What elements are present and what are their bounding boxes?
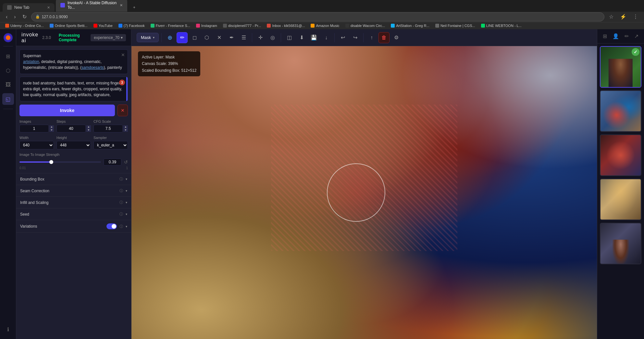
cfg-up[interactable]: ▲ bbox=[123, 125, 128, 129]
right-panel-arrow-icon[interactable]: ↗ bbox=[633, 32, 640, 41]
toolbar-settings-btn[interactable]: ⚙ bbox=[391, 32, 402, 43]
bookmark-instagram[interactable]: Instagram bbox=[193, 23, 220, 28]
toolbar-clear-btn[interactable]: ✕ bbox=[214, 32, 225, 43]
toolbar-connect-btn[interactable]: ⊕ bbox=[164, 32, 175, 43]
refresh-button[interactable]: ↻ bbox=[20, 12, 29, 21]
thumbnail-item-1[interactable]: ✓ bbox=[600, 46, 641, 88]
toolbar-save-btn[interactable]: 💾 bbox=[308, 32, 319, 43]
sampler-select[interactable]: k_euler_ak_eulerk_dpm_2k_lmsddim bbox=[93, 141, 128, 149]
right-panel-person-icon[interactable]: 👤 bbox=[611, 32, 620, 41]
toolbar-eraser-btn[interactable]: ◻ bbox=[189, 32, 200, 43]
sidebar-btn-node[interactable]: ⬡ bbox=[2, 65, 14, 76]
accordion-infill-scaling-info[interactable]: ⓘ bbox=[119, 200, 123, 205]
accordion-infill-scaling-header[interactable]: Infill and Scaling ⓘ ▾ bbox=[16, 197, 131, 208]
img2img-slider-thumb[interactable] bbox=[49, 160, 53, 164]
right-panel-pen-icon[interactable]: ✏ bbox=[623, 32, 630, 41]
back-button[interactable]: ‹ bbox=[4, 13, 9, 21]
bookmark-webtoon[interactable]: LINE WEBTOON - L... bbox=[478, 23, 524, 28]
thumbnail-item-2[interactable] bbox=[600, 90, 641, 132]
bookmark-youtube[interactable]: YouTube bbox=[91, 23, 115, 28]
height-select[interactable]: 448512768 bbox=[56, 141, 91, 149]
accordion-seam-correction-info[interactable]: ⓘ bbox=[119, 188, 123, 193]
accordion-seed-header[interactable]: Seed ⓘ ▾ bbox=[16, 208, 131, 220]
browser-tab-new[interactable]: + bbox=[129, 3, 140, 12]
sidebar-btn-gallery[interactable]: ⊞ bbox=[2, 50, 14, 62]
steps-input[interactable] bbox=[56, 125, 86, 132]
accordion-variations-switch[interactable] bbox=[106, 223, 117, 229]
toolbar-upload-btn[interactable]: ↑ bbox=[366, 32, 377, 43]
tab-close[interactable]: ✕ bbox=[47, 6, 50, 10]
cfg-input[interactable] bbox=[93, 125, 123, 132]
bookmark-neil[interactable]: Neil Fontaine | CGS... bbox=[433, 23, 478, 28]
toolbar-list-btn[interactable]: ☰ bbox=[238, 32, 249, 43]
bookmark-udemy[interactable]: Udemy - Online Co... bbox=[3, 23, 46, 28]
accordion-seed-info[interactable]: ⓘ bbox=[119, 212, 123, 217]
right-panel-grid-icon[interactable]: ⊞ bbox=[601, 32, 608, 41]
thumbnail-item-4[interactable] bbox=[600, 179, 641, 220]
mask-dropdown[interactable]: Mask ▾ bbox=[137, 33, 159, 42]
bookmark-artstation[interactable]: ArtStation - Greg R... bbox=[388, 23, 432, 28]
accordion-seed-toggle[interactable]: ▾ bbox=[126, 212, 127, 216]
prompt-box[interactable]: Superman artstation, detailed, digital p… bbox=[19, 49, 128, 74]
bookmark-wacom[interactable]: disable Wacom Circ... bbox=[343, 23, 388, 28]
thumbnail-item-3[interactable] bbox=[600, 134, 641, 176]
toolbar-brush-btn[interactable]: ✏ bbox=[177, 32, 188, 43]
bookmark-fiverr[interactable]: Fiverr - Freelance S... bbox=[148, 23, 193, 28]
bookmark-inbox[interactable]: Inbox - klk56831@... bbox=[264, 23, 307, 28]
img2img-slider-track[interactable] bbox=[19, 161, 101, 163]
address-bar[interactable]: 🔒 127.0.0.1:9090 bbox=[31, 12, 604, 21]
forward-button[interactable]: › bbox=[12, 13, 18, 21]
toolbar-layers-btn[interactable]: ◫ bbox=[284, 32, 295, 43]
toolbar-delete-btn[interactable]: 🗑 bbox=[378, 32, 390, 43]
images-group: Images ▲ ▼ bbox=[19, 119, 54, 132]
prompt-artstation[interactable]: artstation bbox=[23, 59, 39, 64]
toolbar-move-btn[interactable]: ✛ bbox=[255, 32, 266, 43]
accordion-bounding-box-info[interactable]: ⓘ bbox=[119, 177, 123, 182]
prompt-clear-btn[interactable]: ✕ bbox=[121, 52, 125, 57]
accordion-variations-header[interactable]: Variations ⓘ ▾ bbox=[16, 220, 131, 232]
images-input[interactable] bbox=[19, 125, 49, 132]
extensions-button[interactable]: ⚡ bbox=[618, 12, 628, 21]
accordion-seam-correction-toggle[interactable]: ▾ bbox=[126, 189, 127, 193]
invoke-button[interactable]: Invoke bbox=[19, 105, 115, 116]
thumbnail-item-5[interactable] bbox=[600, 223, 641, 264]
menu-button[interactable]: ⋮ bbox=[631, 12, 640, 21]
bookmark-disciple[interactable]: discipleneil777 - Pr... bbox=[220, 23, 264, 28]
canvas-viewport[interactable]: Active Layer: Mask Canvas Scale: 398% Sc… bbox=[131, 46, 597, 339]
images-up[interactable]: ▲ bbox=[49, 125, 54, 129]
prompt-samdoesarts[interactable]: samdoesarts bbox=[81, 65, 104, 70]
tab-close-invoke[interactable]: ✕ bbox=[120, 3, 123, 7]
bookmark-star[interactable]: ☆ bbox=[607, 12, 615, 21]
width-select[interactable]: 640512768 bbox=[19, 141, 54, 149]
invoke-cancel-button[interactable]: ✕ bbox=[118, 105, 128, 116]
sidebar-btn-info[interactable]: ℹ bbox=[2, 323, 14, 335]
accordion-seam-correction-header[interactable]: Seam Correction ⓘ ▾ bbox=[16, 185, 131, 196]
bookmark-facebook[interactable]: (7) Facebook bbox=[116, 23, 147, 28]
accordion-bounding-box-toggle[interactable]: ▾ bbox=[126, 177, 127, 181]
toolbar-download1-btn[interactable]: ⬇ bbox=[296, 32, 307, 43]
toolbar-circle-btn[interactable]: ◎ bbox=[267, 32, 278, 43]
toolbar-export-btn[interactable]: ↓ bbox=[321, 32, 332, 43]
neg-prompt-box[interactable]: nude bad anatomy, bad hands, text, error… bbox=[19, 77, 128, 101]
steps-up[interactable]: ▲ bbox=[86, 125, 91, 129]
browser-tab-invoke[interactable]: InvokeAI - A Stable Diffusion To... ✕ bbox=[56, 0, 127, 12]
bookmark-sports[interactable]: Online Sports Betti... bbox=[47, 23, 90, 28]
browser-tab-newtab[interactable]: New Tab ✕ bbox=[3, 3, 55, 12]
images-down[interactable]: ▼ bbox=[49, 129, 54, 132]
toolbar-undo-btn[interactable]: ↩ bbox=[337, 32, 348, 43]
accordion-variations-info[interactable]: ⓘ bbox=[119, 224, 123, 229]
img2img-reset-btn[interactable]: ↺ bbox=[124, 159, 128, 165]
steps-down[interactable]: ▼ bbox=[86, 129, 91, 132]
cfg-down[interactable]: ▼ bbox=[123, 129, 128, 132]
toolbar-pen-btn[interactable]: ✒ bbox=[226, 32, 237, 43]
sidebar-btn-image[interactable]: 🖼 bbox=[2, 79, 14, 91]
img2img-value-input[interactable]: 0.39 bbox=[104, 158, 121, 166]
accordion-infill-scaling-toggle[interactable]: ▾ bbox=[126, 201, 127, 204]
toolbar-fill-btn[interactable]: ⬡ bbox=[201, 32, 212, 43]
accordion-bounding-box-header[interactable]: Bounding Box ⓘ ▾ bbox=[16, 173, 131, 185]
accordion-variations-toggle[interactable]: ▾ bbox=[126, 225, 127, 228]
bookmark-amazon-music[interactable]: Amazon Music bbox=[308, 23, 342, 28]
thumb-bg-4 bbox=[601, 179, 641, 220]
sidebar-btn-canvas[interactable]: ◱ bbox=[2, 93, 14, 105]
toolbar-redo-btn[interactable]: ↪ bbox=[350, 32, 361, 43]
